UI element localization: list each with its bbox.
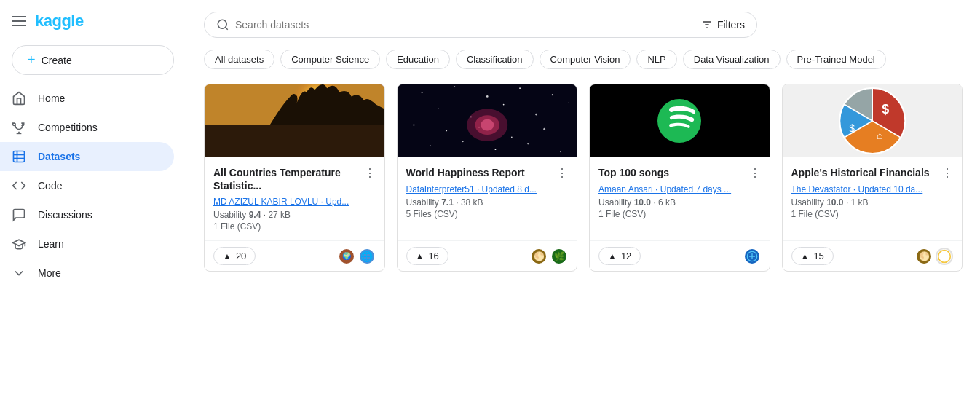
- avatar-4a: 🌕: [915, 248, 933, 265]
- chip-education[interactable]: Education: [386, 50, 450, 69]
- svg-line-7: [225, 27, 227, 29]
- card-author-1[interactable]: MD AZIZUL KABIR LOVLU · Upd...: [213, 197, 376, 207]
- sidebar-item-discussions-label: Discussions: [38, 209, 92, 221]
- sidebar-item-datasets-label: Datasets: [38, 151, 80, 162]
- svg-point-37: [481, 119, 494, 131]
- svg-point-32: [494, 149, 496, 150]
- svg-point-22: [502, 104, 504, 106]
- filters-button[interactable]: Filters: [701, 19, 745, 31]
- sidebar-item-discussions[interactable]: Discussions: [0, 200, 174, 229]
- svg-point-33: [527, 143, 529, 144]
- mortarboard-icon: [12, 237, 26, 251]
- avatars-2: 🌕 🌿: [530, 248, 568, 265]
- search-input[interactable]: [235, 19, 695, 31]
- vote-button-3[interactable]: ▲ 12: [598, 247, 641, 265]
- svg-rect-13: [205, 125, 384, 157]
- sidebar-item-competitions-label: Competitions: [38, 122, 98, 133]
- card-menu-4[interactable]: ⋮: [941, 166, 953, 180]
- chip-computer-vision[interactable]: Computer Vision: [540, 50, 631, 69]
- search-icon: [216, 18, 229, 31]
- svg-point-23: [535, 114, 537, 116]
- apple-financials-svg: $ ⌂ $: [783, 84, 963, 157]
- card-menu-2[interactable]: ⋮: [556, 166, 568, 180]
- sidebar-item-more[interactable]: More: [0, 259, 174, 288]
- sidebar-item-learn[interactable]: Learn: [0, 229, 174, 259]
- thumbnail-svg-1: [205, 84, 384, 157]
- chip-computer-science[interactable]: Computer Science: [280, 50, 380, 69]
- code-icon: [12, 178, 26, 193]
- svg-point-34: [560, 151, 561, 153]
- vote-button-4[interactable]: ▲ 15: [791, 247, 834, 265]
- svg-point-19: [551, 94, 553, 95]
- card-author-4[interactable]: The Devastator · Updated 10 da...: [791, 184, 954, 194]
- create-button[interactable]: + Create: [12, 45, 174, 75]
- vote-arrow-2: ▲: [416, 251, 424, 261]
- card-files-1: 1 File (CSV): [213, 221, 376, 232]
- card-footer-2: ▲ 16 🌕 🌿: [398, 240, 577, 271]
- card-files-4: 1 File (CSV): [791, 209, 954, 219]
- vote-count-2: 16: [428, 251, 438, 261]
- filters-icon: [701, 19, 713, 31]
- vote-arrow-3: ▲: [608, 251, 617, 261]
- svg-text:$: $: [882, 102, 889, 117]
- card-menu-1[interactable]: ⋮: [364, 166, 376, 180]
- card-thumbnail-2: [398, 84, 577, 157]
- home-icon: [12, 91, 26, 106]
- sidebar-item-home-label: Home: [38, 92, 65, 104]
- sidebar-item-code[interactable]: Code: [0, 171, 174, 200]
- dataset-card-1: All Countries Temperature Statistic... ⋮…: [204, 84, 385, 272]
- chip-classification[interactable]: Classification: [456, 50, 534, 69]
- card-title-4: Apple's Historical Financials: [791, 166, 942, 179]
- svg-point-16: [454, 86, 455, 87]
- sidebar-item-home[interactable]: Home: [0, 84, 174, 113]
- main-content: Filters All datasets Computer Science Ed…: [186, 0, 980, 418]
- thumbnail-svg-2: [398, 84, 577, 157]
- dataset-card-2: World Happiness Report ⋮ DataInterpreter…: [397, 84, 578, 272]
- create-label: Create: [42, 55, 72, 66]
- card-footer-3: ▲ 12: [590, 240, 770, 271]
- sidebar-header: kaggle: [0, 6, 186, 42]
- sidebar-item-competitions[interactable]: Competitions: [0, 113, 174, 142]
- chip-data-visualization[interactable]: Data Visualization: [683, 50, 781, 69]
- svg-point-25: [413, 124, 414, 125]
- vote-button-1[interactable]: ▲ 20: [213, 247, 256, 265]
- avatar-4b: [936, 248, 953, 265]
- filters-label: Filters: [717, 19, 745, 31]
- svg-point-28: [511, 137, 513, 138]
- svg-point-24: [568, 103, 569, 104]
- vote-count-4: 15: [813, 251, 823, 261]
- card-usability-2: Usability 7.1 · 38 kB: [406, 197, 569, 208]
- svg-rect-2: [14, 151, 25, 162]
- card-thumbnail-1: [205, 84, 384, 157]
- hamburger-icon[interactable]: [12, 16, 26, 26]
- svg-point-38: [657, 99, 701, 143]
- avatar-1a: 🌍: [338, 248, 355, 265]
- sidebar-item-datasets[interactable]: Datasets: [0, 142, 174, 171]
- search-bar: Filters: [204, 12, 757, 38]
- svg-point-29: [543, 128, 545, 130]
- card-author-3[interactable]: Amaan Ansari · Updated 7 days ...: [598, 184, 761, 194]
- card-files-3: 1 File (CSV): [598, 209, 761, 219]
- create-plus-icon: +: [27, 52, 36, 68]
- card-body-3: Top 100 songs ⋮ Amaan Ansari · Updated 7…: [590, 157, 770, 240]
- avatars-4: 🌕: [915, 248, 953, 265]
- cards-grid: All Countries Temperature Statistic... ⋮…: [204, 84, 963, 272]
- card-usability-4: Usability 10.0 · 1 kB: [791, 197, 954, 208]
- vote-button-2[interactable]: ▲ 16: [406, 247, 448, 265]
- card-menu-3[interactable]: ⋮: [749, 166, 761, 180]
- svg-point-30: [430, 145, 430, 146]
- svg-point-49: [938, 251, 951, 263]
- chip-all-datasets[interactable]: All datasets: [204, 50, 274, 69]
- vote-arrow-4: ▲: [801, 251, 810, 261]
- vote-arrow-1: ▲: [223, 251, 232, 261]
- card-files-2: 5 Files (CSV): [406, 209, 569, 219]
- card-author-2[interactable]: DataInterpreter51 · Updated 8 d...: [406, 184, 569, 194]
- card-thumbnail-3: [590, 84, 770, 157]
- card-title-3: Top 100 songs: [598, 166, 749, 179]
- card-usability-3: Usability 10.0 · 6 kB: [598, 197, 761, 208]
- svg-point-20: [438, 109, 438, 109]
- chip-pretrained-model[interactable]: Pre-Trained Model: [786, 50, 886, 69]
- sidebar-item-more-label: More: [38, 267, 61, 279]
- chip-nlp[interactable]: NLP: [636, 50, 676, 69]
- svg-point-15: [421, 92, 422, 93]
